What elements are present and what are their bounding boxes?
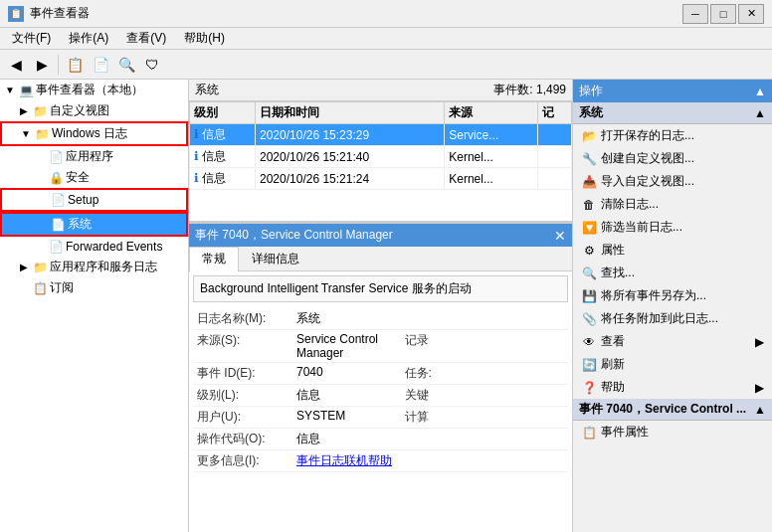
- action-item[interactable]: 👁 查看 ▶: [573, 330, 772, 353]
- menu-item-h[interactable]: 帮助(H): [176, 28, 233, 49]
- tree-item-subscriptions[interactable]: ▶ 📋 订阅: [0, 277, 188, 298]
- tree-item-forwarded[interactable]: ▶ 📄 Forwarded Events: [0, 237, 188, 257]
- toolbar-btn-1[interactable]: 📋: [63, 53, 87, 77]
- cell-datetime: 2020/10/26 15:21:24: [256, 168, 445, 190]
- tab-general[interactable]: 常规: [189, 247, 239, 271]
- tree-item-system[interactable]: ▶ 📄 系统: [0, 212, 188, 237]
- label-root: 事件查看器（本地）: [36, 82, 143, 98]
- action-group-title[interactable]: 事件 7040，Service Control ...▲: [573, 399, 772, 421]
- tree-item-setup[interactable]: ▶ 📄 Setup: [0, 188, 188, 212]
- action-group-title[interactable]: 系统▲: [573, 102, 772, 124]
- action-item-icon: ⚙: [581, 243, 597, 259]
- tree-item-app[interactable]: ▶ 📄 应用程序: [0, 146, 188, 167]
- detail-value: [461, 407, 569, 429]
- icon-root: 💻: [18, 83, 34, 98]
- action-item-icon: 🔍: [581, 266, 597, 281]
- detail-label: [401, 450, 461, 472]
- label-forwarded: Forwarded Events: [66, 240, 162, 254]
- table-row[interactable]: ℹ 信息 2020/10/26 15:21:40 Kernel...: [190, 146, 572, 168]
- col-source[interactable]: 来源: [445, 102, 538, 124]
- action-item-label: 将所有事件另存为...: [601, 287, 706, 304]
- col-datetime[interactable]: 日期和时间: [256, 102, 445, 124]
- tree-item-winlogs[interactable]: ▼ 📁 Windows 日志: [0, 121, 188, 146]
- close-button[interactable]: ✕: [738, 4, 764, 24]
- collapse-icon: ▲: [754, 85, 766, 98]
- icon-custom: 📁: [32, 103, 48, 119]
- action-item-label: 查找...: [601, 265, 635, 281]
- tree-item-security[interactable]: ▶ 🔒 安全: [0, 167, 188, 188]
- action-item[interactable]: 📥 导入自定义视图...: [573, 170, 772, 193]
- action-item-icon: 💾: [581, 288, 597, 304]
- label-subscriptions: 订阅: [50, 279, 74, 296]
- detail-value: 系统: [292, 308, 401, 330]
- table-row[interactable]: ℹ 信息 2020/10/26 15:23:29 Service...: [190, 124, 572, 146]
- expander-custom[interactable]: ▶: [16, 103, 32, 119]
- action-item[interactable]: 🔽 筛选当前日志...: [573, 216, 772, 239]
- action-item[interactable]: 📂 打开保存的日志...: [573, 124, 772, 147]
- expander-root[interactable]: ▼: [2, 83, 18, 98]
- left-panel: ▼ 💻 事件查看器（本地） ▶ 📁 自定义视图 ▼ 📁 Windows 日志 ▶…: [0, 80, 189, 532]
- label-system: 系统: [68, 216, 92, 233]
- action-item[interactable]: ⚙ 属性: [573, 239, 772, 262]
- title-bar: 📋 事件查看器 ─ □ ✕: [0, 0, 772, 28]
- expander-winlogs[interactable]: ▼: [18, 126, 34, 142]
- action-item-icon: 📎: [581, 311, 597, 327]
- detail-value: [461, 450, 569, 472]
- action-group: 事件 7040，Service Control ...▲ 📋 事件属性: [573, 399, 772, 443]
- menu-item-a[interactable]: 操作(A): [61, 28, 116, 49]
- back-button[interactable]: ◀: [4, 53, 28, 77]
- col-level[interactable]: 级别: [190, 102, 256, 124]
- title-bar-text: 事件查看器: [30, 5, 90, 22]
- menu-item-v[interactable]: 查看(V): [118, 28, 174, 49]
- detail-label: 事件 ID(E):: [193, 363, 292, 385]
- detail-close-button[interactable]: ✕: [554, 228, 566, 244]
- detail-title: 事件 7040，Service Control Manager: [195, 227, 393, 244]
- detail-value: [461, 363, 569, 385]
- cell-datetime: 2020/10/26 15:21:40: [256, 146, 445, 168]
- action-item-label: 清除日志...: [601, 196, 659, 213]
- center-panel: 系统 事件数: 1,499 级别 日期和时间 来源 记 ℹ 信息 2020/10…: [189, 80, 573, 532]
- action-item[interactable]: 🔍 查找...: [573, 262, 772, 284]
- tab-details[interactable]: 详细信息: [239, 247, 312, 270]
- action-item[interactable]: 📎 将任务附加到此日志...: [573, 307, 772, 330]
- minimize-button[interactable]: ─: [682, 4, 708, 24]
- app-icon: 📋: [8, 6, 24, 22]
- table-row[interactable]: ℹ 信息 2020/10/26 15:21:24 Kernel...: [190, 168, 572, 190]
- expand-icon: ▲: [754, 106, 766, 120]
- forward-button[interactable]: ▶: [30, 53, 54, 77]
- toolbar-btn-4[interactable]: 🛡: [140, 53, 164, 77]
- col-id[interactable]: 记: [538, 102, 572, 124]
- action-item-label: 事件属性: [601, 424, 649, 441]
- tree-item-root[interactable]: ▼ 💻 事件查看器（本地）: [0, 80, 188, 100]
- detail-value: 7040: [292, 363, 401, 385]
- detail-panel: 事件 7040，Service Control Manager ✕ 常规 详细信…: [189, 221, 572, 532]
- maximize-button[interactable]: □: [710, 4, 736, 24]
- detail-label: 日志名称(M):: [193, 308, 292, 330]
- action-item[interactable]: 💾 将所有事件另存为...: [573, 284, 772, 307]
- action-item-icon: 📋: [581, 425, 597, 441]
- detail-value[interactable]: 事件日志联机帮助: [292, 450, 401, 472]
- icon-setup: 📄: [50, 192, 66, 208]
- menu-item-f[interactable]: 文件(F): [4, 28, 59, 49]
- detail-label: [401, 308, 461, 330]
- detail-msg-text: Background Intelligent Transfer Service …: [200, 281, 472, 295]
- detail-value: 信息: [292, 429, 401, 450]
- action-item[interactable]: 🔧 创建自定义视图...: [573, 147, 772, 170]
- toolbar-btn-2[interactable]: 📄: [89, 53, 112, 77]
- cell-level: ℹ 信息: [190, 124, 256, 146]
- action-item-label: 帮助: [601, 379, 625, 396]
- detail-message: Background Intelligent Transfer Service …: [193, 275, 568, 302]
- detail-link[interactable]: 事件日志联机帮助: [296, 453, 392, 467]
- detail-label: 操作代码(O):: [193, 429, 292, 450]
- expander-applogs[interactable]: ▶: [16, 260, 32, 275]
- action-item[interactable]: 🔄 刷新: [573, 353, 772, 376]
- action-item[interactable]: ❓ 帮助 ▶: [573, 376, 772, 399]
- tree-item-applogs[interactable]: ▶ 📁 应用程序和服务日志: [0, 257, 188, 277]
- right-header-title: 操作: [579, 83, 603, 99]
- action-item[interactable]: 🗑 清除日志...: [573, 193, 772, 216]
- detail-label: [401, 429, 461, 450]
- action-item[interactable]: 📋 事件属性: [573, 421, 772, 443]
- menu-bar: 文件(F)操作(A)查看(V)帮助(H): [0, 28, 772, 50]
- tree-item-custom[interactable]: ▶ 📁 自定义视图: [0, 100, 188, 121]
- toolbar-btn-3[interactable]: 🔍: [114, 53, 138, 77]
